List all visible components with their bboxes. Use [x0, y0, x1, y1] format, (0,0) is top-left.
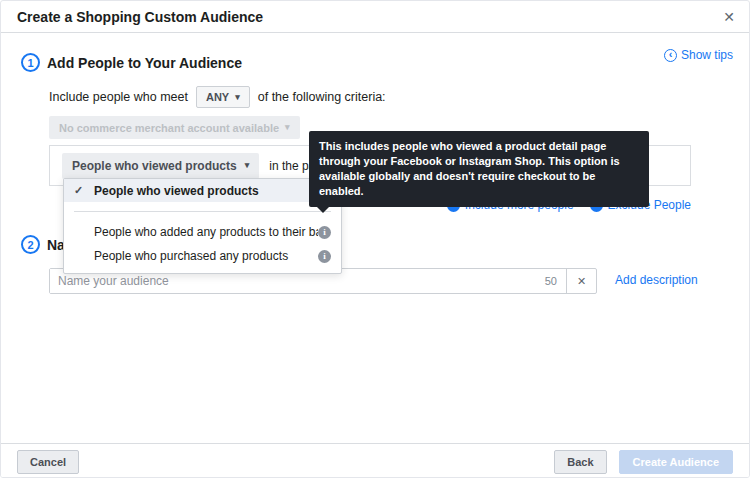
footer-right-buttons: Back Create Audience [554, 450, 733, 474]
back-button[interactable]: Back [554, 450, 606, 474]
create-audience-modal: Create a Shopping Custom Audience ✕ ‹ Sh… [0, 0, 750, 478]
cancel-button[interactable]: Cancel [17, 450, 79, 474]
show-tips-label: Show tips [681, 48, 733, 62]
chevron-down-icon: ▾ [285, 123, 290, 132]
check-icon: ✓ [74, 184, 94, 197]
show-tips-link[interactable]: ‹ Show tips [664, 48, 733, 62]
modal-title: Create a Shopping Custom Audience [17, 1, 263, 33]
rule-dropdown[interactable]: People who viewed products ▾ [62, 153, 259, 179]
menu-item-label: People who viewed products [94, 184, 318, 198]
menu-item-purchased[interactable]: People who purchased any products i [64, 244, 341, 268]
merchant-account-label: No commerce merchant account available [59, 122, 279, 134]
menu-item-viewed-products[interactable]: ✓ People who viewed products i [64, 179, 341, 202]
rule-info-tooltip: This includes people who viewed a produc… [309, 131, 649, 207]
match-type-dropdown[interactable]: ANY ▾ [196, 86, 250, 108]
match-type-value: ANY [206, 91, 229, 103]
merchant-account-dropdown[interactable]: No commerce merchant account available ▾ [49, 116, 300, 139]
info-icon[interactable]: i [318, 250, 331, 263]
criteria-intro-row: Include people who meet ANY ▾ of the fol… [49, 84, 386, 110]
menu-divider [74, 211, 331, 212]
step1-heading: Add People to Your Audience [47, 55, 242, 71]
meet-prefix-text: Include people who meet [49, 90, 188, 104]
meet-suffix-text: of the following criteria: [258, 90, 386, 104]
info-icon[interactable]: i [318, 226, 331, 239]
clear-name-button[interactable]: ✕ [566, 269, 596, 293]
modal-footer: Cancel Back Create Audience [1, 443, 749, 478]
rule-dropdown-menu: ✓ People who viewed products i People wh… [63, 178, 342, 274]
menu-item-label: People who added any products to their b… [94, 225, 318, 239]
close-icon[interactable]: ✕ [723, 9, 735, 25]
modal-header: Create a Shopping Custom Audience ✕ [1, 1, 749, 33]
rule-dropdown-label: People who viewed products [72, 159, 237, 173]
menu-item-added-to-basket[interactable]: People who added any products to their b… [64, 220, 341, 244]
tips-chevron-icon: ‹ [664, 49, 677, 62]
char-count: 50 [545, 269, 566, 293]
menu-item-label: People who purchased any products [94, 249, 318, 263]
create-audience-button[interactable]: Create Audience [619, 450, 733, 474]
step2-badge: 2 [21, 235, 40, 254]
step1-badge: 1 [21, 53, 40, 72]
chevron-down-icon: ▾ [235, 93, 240, 102]
add-description-link[interactable]: Add description [615, 273, 698, 287]
chevron-down-icon: ▾ [245, 161, 250, 170]
